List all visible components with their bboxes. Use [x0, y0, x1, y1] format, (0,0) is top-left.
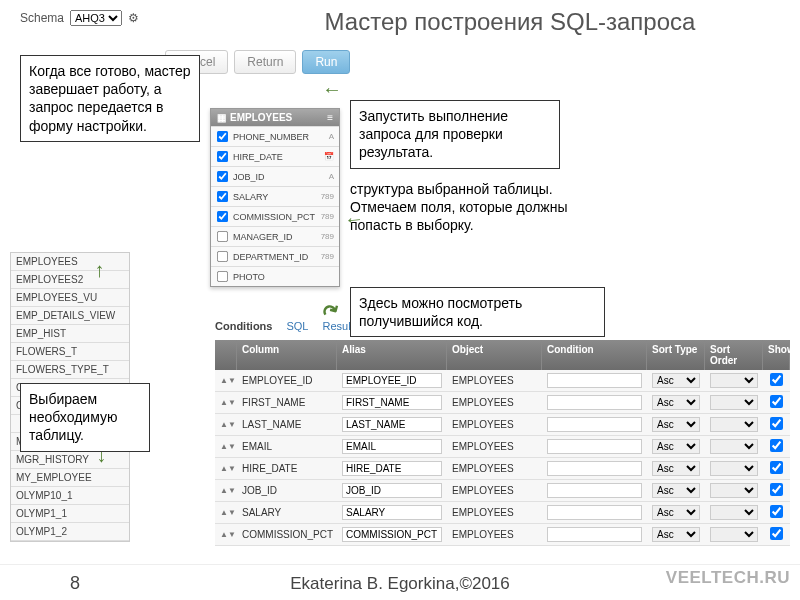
condition-input[interactable] — [547, 417, 642, 432]
table-list-item[interactable]: FLOWERS_TYPE_T — [11, 361, 129, 379]
column-row[interactable]: DEPARTMENT_ID789 — [211, 246, 339, 266]
run-button[interactable]: Run — [302, 50, 350, 74]
alias-input[interactable] — [342, 505, 442, 520]
cell-alias[interactable] — [337, 458, 447, 479]
table-list-item[interactable]: EMPLOYEES_VU — [11, 289, 129, 307]
table-list-item[interactable]: OLYMP1_1 — [11, 505, 129, 523]
column-checkbox[interactable] — [217, 131, 228, 142]
sortorder-select[interactable] — [710, 417, 758, 432]
row-reorder[interactable]: ▲▼ — [215, 439, 237, 454]
alias-input[interactable] — [342, 483, 442, 498]
tab-conditions[interactable]: Conditions — [215, 320, 272, 332]
table-list-item[interactable]: OLYMP10_1 — [11, 487, 129, 505]
menu-icon[interactable]: ≡ — [327, 112, 333, 123]
condition-input[interactable] — [547, 395, 642, 410]
table-list-item[interactable]: EMP_HIST — [11, 325, 129, 343]
alias-input[interactable] — [342, 527, 442, 542]
condition-input[interactable] — [547, 483, 642, 498]
sorttype-select[interactable]: Asc — [652, 439, 700, 454]
column-row[interactable]: JOB_IDA — [211, 166, 339, 186]
table-list-item[interactable]: EMP_DETAILS_VIEW — [11, 307, 129, 325]
cell-sortorder[interactable] — [705, 524, 763, 545]
row-reorder[interactable]: ▲▼ — [215, 395, 237, 410]
cell-show[interactable] — [763, 414, 790, 435]
table-list-item[interactable]: MY_EMPLOYEE — [11, 469, 129, 487]
cell-sorttype[interactable]: Asc — [647, 458, 705, 479]
alias-input[interactable] — [342, 395, 442, 410]
show-checkbox[interactable] — [770, 483, 783, 496]
sorttype-select[interactable]: Asc — [652, 483, 700, 498]
cell-show[interactable] — [763, 458, 790, 479]
cell-show[interactable] — [763, 524, 790, 545]
column-checkbox[interactable] — [217, 271, 228, 282]
cell-sortorder[interactable] — [705, 392, 763, 413]
cell-sorttype[interactable]: Asc — [647, 480, 705, 501]
column-checkbox[interactable] — [217, 191, 228, 202]
condition-input[interactable] — [547, 505, 642, 520]
cell-show[interactable] — [763, 436, 790, 457]
row-reorder[interactable]: ▲▼ — [215, 461, 237, 476]
cell-sorttype[interactable]: Asc — [647, 524, 705, 545]
cell-condition[interactable] — [542, 524, 647, 545]
return-button[interactable]: Return — [234, 50, 296, 74]
cell-show[interactable] — [763, 480, 790, 501]
cell-sortorder[interactable] — [705, 370, 763, 391]
alias-input[interactable] — [342, 439, 442, 454]
alias-input[interactable] — [342, 417, 442, 432]
show-checkbox[interactable] — [770, 417, 783, 430]
sortorder-select[interactable] — [710, 483, 758, 498]
sortorder-select[interactable] — [710, 373, 758, 388]
column-row[interactable]: SALARY789 — [211, 186, 339, 206]
cell-alias[interactable] — [337, 436, 447, 457]
sortorder-select[interactable] — [710, 439, 758, 454]
column-checkbox[interactable] — [217, 251, 228, 262]
sorttype-select[interactable]: Asc — [652, 417, 700, 432]
cell-condition[interactable] — [542, 370, 647, 391]
row-reorder[interactable]: ▲▼ — [215, 483, 237, 498]
cell-condition[interactable] — [542, 458, 647, 479]
column-checkbox[interactable] — [217, 231, 228, 242]
sortorder-select[interactable] — [710, 395, 758, 410]
cell-condition[interactable] — [542, 392, 647, 413]
cell-condition[interactable] — [542, 480, 647, 501]
sorttype-select[interactable]: Asc — [652, 461, 700, 476]
row-reorder[interactable]: ▲▼ — [215, 527, 237, 542]
cell-alias[interactable] — [337, 370, 447, 391]
show-checkbox[interactable] — [770, 395, 783, 408]
cell-sorttype[interactable]: Asc — [647, 436, 705, 457]
show-checkbox[interactable] — [770, 527, 783, 540]
sorttype-select[interactable]: Asc — [652, 527, 700, 542]
column-checkbox[interactable] — [217, 211, 228, 222]
row-reorder[interactable]: ▲▼ — [215, 417, 237, 432]
schema-select[interactable]: AHQ3 — [70, 10, 122, 26]
column-row[interactable]: HIRE_DATE📅 — [211, 146, 339, 166]
column-checkbox[interactable] — [217, 151, 228, 162]
cell-sorttype[interactable]: Asc — [647, 370, 705, 391]
cell-show[interactable] — [763, 370, 790, 391]
show-checkbox[interactable] — [770, 439, 783, 452]
sorttype-select[interactable]: Asc — [652, 373, 700, 388]
show-checkbox[interactable] — [770, 461, 783, 474]
cell-show[interactable] — [763, 392, 790, 413]
cell-alias[interactable] — [337, 502, 447, 523]
alias-input[interactable] — [342, 461, 442, 476]
sorttype-select[interactable]: Asc — [652, 505, 700, 520]
row-reorder[interactable]: ▲▼ — [215, 373, 237, 388]
cell-sorttype[interactable]: Asc — [647, 502, 705, 523]
alias-input[interactable] — [342, 373, 442, 388]
cell-alias[interactable] — [337, 524, 447, 545]
cell-sorttype[interactable]: Asc — [647, 414, 705, 435]
cell-condition[interactable] — [542, 502, 647, 523]
cell-sortorder[interactable] — [705, 414, 763, 435]
sortorder-select[interactable] — [710, 527, 758, 542]
cell-alias[interactable] — [337, 414, 447, 435]
cell-sorttype[interactable]: Asc — [647, 392, 705, 413]
cell-sortorder[interactable] — [705, 502, 763, 523]
column-checkbox[interactable] — [217, 171, 228, 182]
sorttype-select[interactable]: Asc — [652, 395, 700, 410]
column-row[interactable]: PHOTO — [211, 266, 339, 286]
gear-icon[interactable]: ⚙ — [128, 11, 139, 25]
show-checkbox[interactable] — [770, 373, 783, 386]
row-reorder[interactable]: ▲▼ — [215, 505, 237, 520]
condition-input[interactable] — [547, 461, 642, 476]
